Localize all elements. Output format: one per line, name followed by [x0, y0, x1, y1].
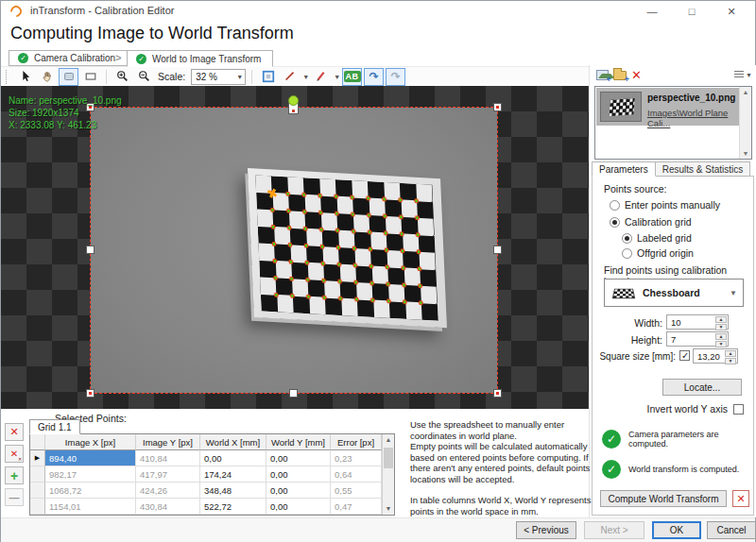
chevron-down-icon[interactable]: ▼ — [302, 74, 309, 80]
marker-tool-button[interactable] — [311, 68, 331, 86]
selection-handle-bottom-right[interactable] — [493, 389, 502, 398]
spinner[interactable]: ▲▼ — [725, 350, 736, 362]
row-header[interactable] — [30, 499, 45, 515]
add-image-icon[interactable] — [596, 70, 609, 80]
cell-world-x[interactable]: 348,48 — [200, 483, 266, 499]
label-tool-button[interactable]: AB — [342, 68, 362, 86]
next-button[interactable]: Next > — [584, 521, 644, 539]
rotation-handle[interactable] — [288, 95, 299, 106]
close-icon[interactable]: ✕ — [712, 1, 751, 22]
spinner[interactable]: ▲▼ — [715, 333, 727, 345]
scroll-up-icon[interactable]: ▲ — [740, 87, 751, 97]
delete-grid-button[interactable]: ✕ — [5, 423, 24, 441]
radio-labeled-grid[interactable]: Labeled grid — [622, 232, 692, 244]
cell-image-x[interactable]: 982,17 — [45, 466, 136, 483]
selection-handle-bottom-left[interactable] — [86, 389, 94, 398]
spin-down-icon[interactable]: ▼ — [715, 324, 727, 330]
row-marker[interactable]: ▶ — [30, 450, 45, 466]
add-folder-icon[interactable] — [613, 71, 627, 80]
cell-image-x[interactable]: 1154,01 — [45, 499, 136, 515]
ok-button[interactable]: OK — [652, 521, 701, 539]
radio-offgrid-origin[interactable]: Offgrid origin — [622, 247, 694, 259]
cell-world-y[interactable]: 0,00 — [266, 450, 331, 466]
width-stepper[interactable]: 10 ▲▼ — [666, 314, 729, 330]
cell-image-y[interactable]: 424,26 — [136, 483, 200, 499]
spin-up-icon[interactable]: ▲ — [725, 350, 736, 357]
tab-camera-calibration[interactable]: ✓ Camera Calibration — [9, 50, 128, 66]
delete-all-points-button[interactable]: ✕ — [5, 445, 24, 463]
add-point-button[interactable]: + — [5, 466, 24, 484]
invert-y-checkbox[interactable] — [733, 404, 744, 415]
rectangle-select-tool-button[interactable] — [59, 68, 78, 86]
zoom-in-button[interactable] — [112, 68, 132, 86]
chevron-down-icon[interactable]: ▼ — [334, 74, 340, 80]
table-scrollbar[interactable]: ▲ ▼ — [382, 434, 394, 515]
spin-up-icon[interactable]: ▲ — [715, 316, 727, 323]
cell-image-y[interactable]: 430,84 — [136, 499, 200, 515]
selection-handle-mid-left[interactable] — [86, 246, 94, 254]
height-stepper[interactable]: 7 ▲▼ — [666, 331, 729, 347]
scroll-down-icon[interactable]: ▼ — [383, 503, 394, 515]
spin-up-icon[interactable]: ▲ — [715, 333, 727, 340]
cell-image-y[interactable]: 417,97 — [136, 466, 200, 483]
cell-world-x[interactable]: 522,72 — [200, 499, 266, 515]
chevron-down-icon[interactable]: ▼ — [236, 74, 243, 80]
pan-tool-button[interactable] — [37, 68, 57, 86]
column-header[interactable]: Image Y [px] — [136, 434, 200, 450]
cell-image-x[interactable]: 1068,72 — [45, 483, 136, 499]
scale-combobox[interactable]: 32 % ▼ — [191, 69, 246, 85]
square-size-checkbox[interactable] — [679, 350, 690, 361]
cell-error[interactable]: 0,64 — [331, 466, 382, 483]
points-table[interactable]: Image X [px] Image Y [px] World X [mm] W… — [29, 433, 395, 516]
reset-transform-icon[interactable]: ✕ — [732, 490, 749, 507]
cell-world-y[interactable]: 0,00 — [266, 499, 331, 515]
selection-handle-top-right[interactable] — [493, 103, 502, 111]
spin-down-icon[interactable]: ▼ — [725, 358, 736, 364]
remove-point-button[interactable]: — — [5, 488, 24, 506]
cell-world-x[interactable]: 0,00 — [200, 450, 266, 466]
cell-image-x[interactable]: 894,40 — [45, 450, 136, 466]
scroll-up-icon[interactable]: ▲ — [383, 434, 394, 446]
pointer-tool-button[interactable] — [15, 68, 35, 86]
list-item-selected[interactable]: perspective_10.png Images\World Plane Ca… — [596, 88, 740, 126]
file-path-link[interactable]: Images\World Plane Cali... — [647, 108, 740, 128]
locate-button[interactable]: Locate... — [662, 379, 742, 396]
radio-calibration-grid[interactable]: Calibration grid — [610, 216, 692, 228]
tab-parameters[interactable]: Parameters — [592, 161, 656, 177]
row-header[interactable] — [30, 483, 45, 499]
previous-button[interactable]: < Previous — [516, 521, 576, 539]
scrollbar-thumb[interactable] — [384, 448, 393, 468]
image-file-list[interactable]: perspective_10.png Images\World Plane Ca… — [594, 86, 752, 160]
cell-error[interactable]: 0,23 — [331, 450, 382, 466]
tab-world-to-image-transform[interactable]: ✓ World to Image Transform — [127, 50, 273, 67]
square-size-stepper[interactable]: 13,20 ▲▼ — [693, 348, 738, 364]
cell-image-y[interactable]: 410,84 — [136, 450, 200, 466]
tab-results-statistics[interactable]: Results & Statistics — [656, 161, 751, 177]
fit-selection-button[interactable] — [258, 68, 278, 86]
selection-handle-bottom-mid[interactable] — [289, 389, 298, 398]
radio-enter-points-manually[interactable]: Enter points manually — [610, 199, 720, 211]
column-header[interactable]: World X [mm] — [200, 434, 266, 450]
column-header[interactable]: Error [px] — [331, 434, 382, 450]
cancel-button[interactable]: Cancel — [707, 521, 756, 539]
board-type-dropdown[interactable]: Chessboard ▼ — [604, 279, 744, 307]
region-tool-button[interactable] — [80, 68, 100, 86]
view-options-button[interactable]: ▼ — [734, 71, 752, 79]
spinner[interactable]: ▲▼ — [715, 316, 727, 328]
remove-image-icon[interactable]: ✕ — [631, 69, 642, 81]
draw-line-tool-button[interactable] — [280, 68, 300, 86]
column-header[interactable]: World Y [mm] — [266, 434, 331, 450]
grid-tab[interactable]: Grid 1.1 — [29, 419, 80, 434]
cell-error[interactable]: 0,55 — [331, 483, 382, 499]
cell-world-x[interactable]: 174,24 — [200, 466, 266, 483]
compute-world-transform-button[interactable]: Compute World Transform — [600, 490, 727, 507]
file-list-scrollbar[interactable]: ▲ ▼ — [739, 87, 751, 159]
curve-tool-button[interactable]: ↷ — [364, 68, 384, 86]
cell-error[interactable]: 0,47 — [331, 499, 382, 515]
image-viewer-canvas[interactable]: Name: perspective_10.png Size: 1920x1374… — [1, 86, 589, 409]
scroll-down-icon[interactable]: ▼ — [740, 148, 751, 159]
zoom-out-button[interactable] — [134, 68, 154, 86]
column-header[interactable]: Image X [px] — [45, 434, 136, 450]
curve-edit-tool-button[interactable]: ↷ — [386, 68, 405, 86]
row-header[interactable] — [30, 466, 45, 483]
